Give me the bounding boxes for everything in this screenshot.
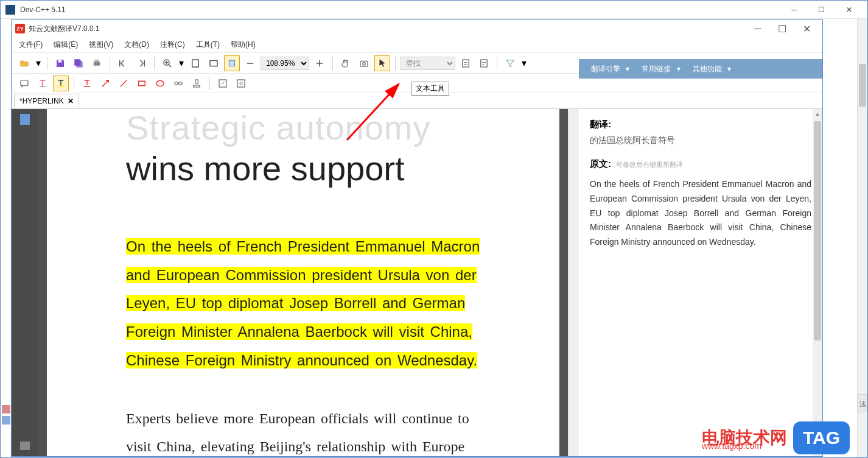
highlight-button[interactable] bbox=[53, 76, 69, 91]
watermark-url: www.tagxp.com bbox=[702, 441, 761, 451]
svg-rect-13 bbox=[139, 81, 145, 86]
outer-minimize-button[interactable]: ─ bbox=[780, 1, 808, 18]
document-paragraph-2: Experts believe more European officials … bbox=[126, 405, 480, 456]
svg-rect-7 bbox=[360, 61, 368, 66]
content-area: Strategic autonomy wins more support On … bbox=[12, 109, 822, 456]
text-annotation-button[interactable] bbox=[35, 76, 51, 91]
properties-button[interactable] bbox=[233, 76, 249, 91]
document-paragraph-1: On the heels of French President Emmanue… bbox=[126, 233, 480, 375]
svg-rect-10 bbox=[481, 60, 488, 67]
inner-close-button[interactable]: ✕ bbox=[794, 21, 819, 37]
translation-label: 翻译: bbox=[590, 119, 811, 130]
search-prev-button[interactable] bbox=[458, 55, 474, 71]
menu-view[interactable]: 视图(V) bbox=[89, 40, 113, 50]
outer-scrollbar[interactable]: 法 bbox=[857, 19, 867, 457]
fit-visible-button[interactable] bbox=[224, 55, 240, 71]
fit-width-button[interactable] bbox=[206, 55, 222, 71]
inner-minimize-button[interactable]: ─ bbox=[746, 21, 770, 37]
inner-titlebar: ZY 知云文献翻译V7.0.0.1 ─ ☐ ✕ bbox=[12, 20, 822, 37]
menu-tools[interactable]: 工具(T) bbox=[196, 40, 220, 50]
underline-button[interactable] bbox=[79, 76, 95, 91]
svg-point-19 bbox=[240, 82, 243, 85]
line-button[interactable] bbox=[116, 76, 131, 91]
prev-view-button[interactable] bbox=[115, 55, 131, 71]
zoom-in-button[interactable] bbox=[159, 55, 175, 71]
side-menu-other[interactable]: 其他功能 ▾ bbox=[685, 62, 735, 77]
document-page: Strategic autonomy wins more support On … bbox=[47, 109, 559, 456]
original-label: 原文: bbox=[590, 158, 611, 169]
menu-doc[interactable]: 文档(D) bbox=[124, 40, 149, 50]
left-icon-2[interactable] bbox=[2, 416, 10, 425]
outer-maximize-button[interactable]: ☐ bbox=[808, 1, 835, 18]
original-hint: 可修改后右键重新翻译 bbox=[616, 161, 683, 168]
watermark-tag: TAG bbox=[793, 421, 850, 454]
text-select-tool-button[interactable] bbox=[374, 55, 390, 71]
open-dropdown[interactable]: ▾ bbox=[35, 55, 42, 71]
bookmark-icon[interactable] bbox=[20, 114, 30, 125]
svg-rect-15 bbox=[175, 82, 178, 85]
document-scrollbar[interactable] bbox=[568, 109, 579, 456]
note-button[interactable] bbox=[16, 76, 32, 91]
filter-dropdown[interactable]: ▾ bbox=[520, 55, 528, 71]
open-button[interactable] bbox=[16, 55, 32, 71]
side-scroll-thumb[interactable] bbox=[814, 121, 821, 340]
next-view-button[interactable] bbox=[133, 55, 149, 71]
translation-text: 的法国总统阿长音符号 bbox=[590, 135, 811, 146]
search-next-button[interactable] bbox=[476, 55, 492, 71]
devcpp-icon bbox=[5, 5, 15, 15]
snapshot-tool-button[interactable] bbox=[356, 55, 372, 71]
print-button[interactable] bbox=[89, 55, 105, 71]
menu-comment[interactable]: 注释(C) bbox=[160, 40, 185, 50]
inner-window-title: 知云文献翻译V7.0.0.1 bbox=[29, 24, 100, 34]
zoom-dropdown[interactable]: ▾ bbox=[178, 55, 185, 71]
stamp-button[interactable] bbox=[189, 76, 205, 91]
menu-file[interactable]: 文件(F) bbox=[19, 40, 43, 50]
outer-titlebar: Dev-C++ 5.11 ─ ☐ ✕ bbox=[1, 1, 867, 19]
side-scrollbar[interactable]: ▲ ▼ bbox=[813, 109, 822, 456]
zhiyun-icon: ZY bbox=[15, 24, 25, 33]
menubar: 文件(F) 编辑(E) 视图(V) 文档(D) 注释(C) 工具(T) 帮助(H… bbox=[12, 37, 822, 53]
menu-help[interactable]: 帮助(H) bbox=[231, 40, 256, 50]
save-all-button[interactable] bbox=[71, 55, 86, 71]
translation-panel: 翻译引擎 ▾ 常用链接 ▾ 其他功能 ▾ 翻译: 的法国总统阿长音符号 原文: … bbox=[579, 109, 822, 456]
filter-button[interactable] bbox=[502, 55, 518, 71]
hand-tool-button[interactable] bbox=[338, 55, 354, 71]
zoom-select[interactable]: 108.95% bbox=[261, 57, 309, 70]
inner-maximize-button[interactable]: ☐ bbox=[770, 21, 794, 37]
outer-left-icon-strip bbox=[1, 403, 12, 427]
outer-side-button[interactable]: 法 bbox=[858, 394, 867, 412]
svg-rect-6 bbox=[229, 60, 235, 66]
save-button[interactable] bbox=[52, 55, 68, 71]
zoom-plus-button[interactable] bbox=[312, 55, 327, 71]
document-tab[interactable]: *HYPERLINK ✕ bbox=[14, 94, 79, 108]
menu-edit[interactable]: 编辑(E) bbox=[54, 40, 78, 50]
ellipse-button[interactable] bbox=[152, 76, 168, 91]
side-menu-engine[interactable]: 翻译引擎 ▾ bbox=[584, 62, 633, 77]
svg-rect-18 bbox=[237, 80, 245, 87]
arrow-button[interactable] bbox=[97, 76, 113, 91]
svg-point-14 bbox=[156, 80, 164, 86]
watermark: 电脑技术网 www.tagxp.com TAG bbox=[702, 421, 850, 454]
outer-scroll-thumb[interactable] bbox=[859, 64, 866, 107]
svg-rect-12 bbox=[58, 85, 65, 86]
document-viewer[interactable]: Strategic autonomy wins more support On … bbox=[38, 109, 568, 456]
rectangle-button[interactable] bbox=[134, 76, 150, 91]
left-nav-panel bbox=[12, 109, 38, 456]
comment-panel-icon[interactable] bbox=[20, 442, 30, 450]
original-text[interactable]: On the heels of French President Emmanue… bbox=[590, 177, 811, 250]
svg-rect-4 bbox=[192, 60, 199, 67]
left-icon-1[interactable] bbox=[2, 405, 10, 414]
side-menu-links[interactable]: 常用链接 ▾ bbox=[634, 62, 684, 77]
svg-rect-5 bbox=[210, 60, 217, 66]
edit-button[interactable] bbox=[215, 76, 231, 91]
search-select[interactable]: 查找 bbox=[401, 57, 455, 70]
svg-point-8 bbox=[363, 62, 366, 65]
outer-close-button[interactable]: ✕ bbox=[835, 1, 863, 18]
scroll-up-icon[interactable]: ▲ bbox=[813, 109, 822, 119]
side-panel-menu: 翻译引擎 ▾ 常用链接 ▾ 其他功能 ▾ bbox=[579, 59, 822, 79]
tooltip: 文本工具 bbox=[411, 82, 449, 96]
fit-page-button[interactable] bbox=[187, 55, 203, 71]
tab-close-icon[interactable]: ✕ bbox=[68, 97, 74, 105]
zoom-out-button[interactable] bbox=[242, 55, 258, 71]
link-button[interactable] bbox=[170, 76, 186, 91]
